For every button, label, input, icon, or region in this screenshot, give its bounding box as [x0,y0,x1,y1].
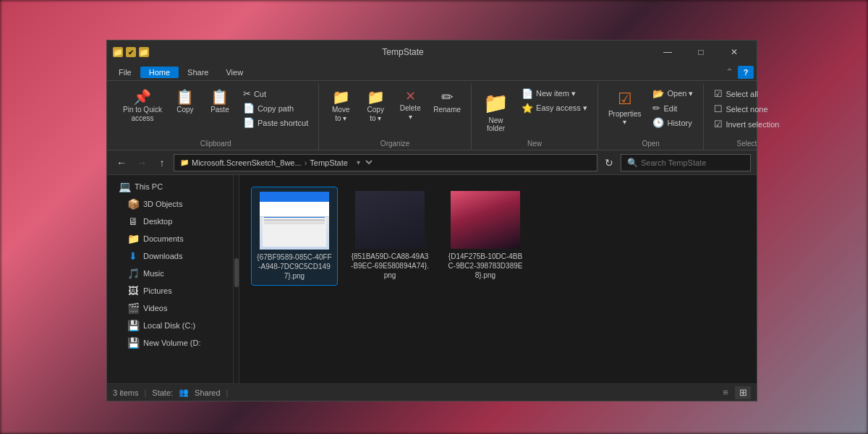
downloads-icon: ⬇ [127,250,139,262]
new-label: New [527,140,542,150]
invert-selection-icon: ☑ [714,119,723,129]
file-item-1[interactable]: {67BF9589-085C-40FF-A948-7DC9C5CD1497}.p… [251,187,338,286]
sidebar-item-new-volume-d[interactable]: 💾 New Volume (D: [107,334,233,352]
address-path-bar[interactable]: 📁 Microsoft.ScreenSketch_8we... › TempSt… [174,154,597,171]
documents-icon: 📁 [127,233,139,244]
history-button[interactable]: 🕒 History [648,116,697,129]
titlebar-folder-icon1: 📁 [113,47,123,57]
new-folder-icon: 📁 [483,91,509,115]
minimize-button[interactable]: — [651,41,684,64]
clipboard-small-buttons: ✂ Cut 📄 Copy path 📄 Paste shortcut [239,87,312,129]
pin-icon: 📌 [133,90,151,104]
search-input[interactable] [641,158,744,167]
sidebar-item-this-pc[interactable]: 💻 This PC [107,178,233,195]
ribbon-group-open: ☑ Properties▾ 📂 Open ▾ ✏ Edit [598,84,705,150]
refresh-button[interactable]: ↻ [600,154,618,171]
select-all-icon: ☑ [714,88,723,99]
menu-view[interactable]: View [217,67,252,78]
file-item-3[interactable]: {D14F275B-10DC-4BBC-9BC2-398783D389E8}.p… [442,187,529,286]
help-button[interactable]: ? [738,66,754,79]
new-item-button[interactable]: 📄 New item ▾ [517,87,592,101]
edit-button[interactable]: ✏ Edit [648,101,697,115]
copy-to-button[interactable]: 📁 Copyto ▾ [359,87,391,126]
file-name-2: {851BA59D-CA88-49A3-B9EC-69E580894A74}.p… [351,252,429,280]
menu-file[interactable]: File [110,67,140,78]
sidebar-label-this-pc: This PC [135,182,163,191]
flower-thumbnail-3 [451,191,520,249]
sidebar-scrollbar[interactable] [234,175,239,383]
menu-share[interactable]: Share [179,67,217,78]
back-button[interactable]: ← [113,154,130,171]
up-button[interactable]: ↑ [153,154,171,171]
file-area[interactable]: {67BF9589-085C-40FF-A948-7DC9C5CD1497}.p… [239,175,757,383]
easy-access-button[interactable]: ⭐ Easy access ▾ [517,101,592,115]
titlebar-folder-icon2: 📁 [139,47,149,57]
close-button[interactable]: ✕ [718,41,751,64]
state-label: State: [152,388,173,397]
file-name-1: {67BF9589-085C-40FF-A948-7DC9C5CD1497}.p… [256,252,333,281]
properties-icon: ☑ [618,90,632,109]
clipboard-label: Clipboard [200,140,231,150]
sidebar-item-documents[interactable]: 📁 Documents [107,230,233,247]
ribbon-group-new: 📁 Newfolder 📄 New item ▾ ⭐ Easy access ▾ [472,84,598,150]
shared-icon: 👥 [179,388,189,397]
window-title: TempState [155,47,651,57]
maximize-button[interactable]: □ [684,41,718,64]
paste-shortcut-button[interactable]: 📄 Paste shortcut [239,116,312,129]
pictures-icon: 🖼 [127,285,139,297]
delete-button[interactable]: ✕ Delete▾ [394,87,426,124]
open-label: Open [642,140,659,150]
new-folder-button[interactable]: 📁 Newfolder [477,87,514,137]
copy-button[interactable]: 📋 Copy [169,87,201,117]
copy-to-icon: 📁 [367,90,385,104]
open-col: 📂 Open ▾ ✏ Edit 🕒 History [648,87,697,129]
file-thumb-1 [260,192,329,250]
open-button[interactable]: 📂 Open ▾ [648,87,697,101]
sidebar-item-desktop[interactable]: 🖥 Desktop [107,213,233,230]
this-pc-icon: 💻 [119,181,130,192]
music-icon: 🎵 [127,268,139,279]
move-to-button[interactable]: 📁 Moveto ▾ [325,87,357,126]
details-view-button[interactable]: ≡ [718,386,733,399]
menu-home[interactable]: Home [140,67,179,78]
sidebar-item-local-disk-c[interactable]: 💾 Local Disk (C:) [107,317,233,334]
sidebar-item-music[interactable]: 🎵 Music [107,265,233,282]
large-icons-view-button[interactable]: ⊞ [735,386,751,399]
path-part-1: Microsoft.ScreenSketch_8we... [192,158,302,167]
sidebar-item-downloads[interactable]: ⬇ Downloads [107,247,233,265]
select-all-button[interactable]: ☑ Select all [710,87,783,101]
rename-button[interactable]: ✏ Rename [429,87,465,117]
screenshot-preview [263,213,326,247]
sidebar-item-videos[interactable]: 🎬 Videos [107,299,233,317]
sidebar-label-new-volume-d: New Volume (D: [143,339,200,347]
move-to-icon: 📁 [332,90,350,104]
3d-objects-icon: 📦 [127,198,139,210]
paste-icon: 📋 [210,90,229,104]
sidebar-label-pictures: Pictures [143,286,172,295]
select-none-button[interactable]: ☐ Select none [710,102,783,116]
ribbon-group-clipboard: 📌 Pin to Quickaccess 📋 Copy 📋 Paste ✂ [113,84,319,150]
edit-icon: ✏ [652,103,660,114]
pin-to-quick-access-button[interactable]: 📌 Pin to Quickaccess [119,87,166,126]
invert-selection-button[interactable]: ☑ Invert selection [710,117,783,131]
copy-path-button[interactable]: 📄 Copy path [239,101,312,115]
forward-button[interactable]: → [133,154,150,171]
path-dropdown[interactable]: ▾ [351,158,375,167]
sidebar-scrollbar-thumb[interactable] [234,258,239,287]
file-item-2[interactable]: {851BA59D-CA88-49A3-B9EC-69E580894A74}.p… [346,187,433,286]
paste-button[interactable]: 📋 Paste [204,87,236,117]
cut-button[interactable]: ✂ Cut [239,87,312,101]
open-icon: 📂 [652,88,664,99]
sidebar-item-3d-objects[interactable]: 📦 3D Objects [107,195,233,213]
delete-icon: ✕ [405,90,416,103]
copy-icon: 📋 [176,90,194,104]
copy-path-icon: 📄 [243,103,255,114]
properties-button[interactable]: ☑ Properties▾ [604,87,646,129]
ribbon-collapse-icon[interactable]: ⌃ [726,67,733,77]
history-icon: 🕒 [652,117,664,128]
organize-label: Organize [380,140,410,150]
sidebar: 💻 This PC 📦 3D Objects 🖥 Desktop 📁 Docum… [107,175,234,383]
sidebar-item-pictures[interactable]: 🖼 Pictures [107,282,233,299]
ribbon-group-select: ☑ Select all ☐ Select none ☑ Invert sele… [704,84,789,150]
titlebar-app-icons: 📁 ✔ 📁 [113,47,149,57]
